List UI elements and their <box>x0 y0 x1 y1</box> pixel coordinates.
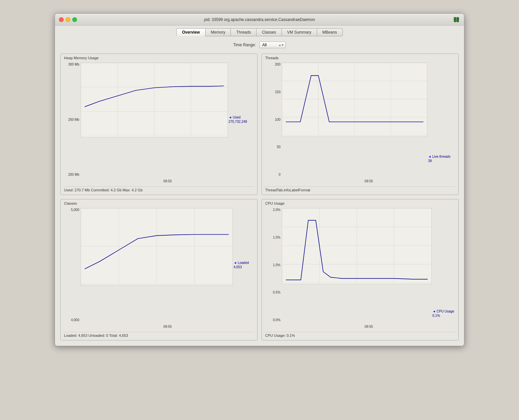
svg-rect-3 <box>458 19 459 19</box>
classes-chart-area: ◄ Loaded 4,653 09:55 <box>81 202 255 331</box>
traffic-lights <box>59 17 77 22</box>
main-content: Time Range: All 1 min 5 min 10 min ▲▼ He… <box>55 36 464 346</box>
cpu-y-label-05: 0.5% <box>273 291 280 294</box>
tabs-bar: Overview Memory Threads Classes VM Summa… <box>55 26 464 36</box>
tab-overview[interactable]: Overview <box>176 28 205 36</box>
threads-chart-wrapper: 200 150 100 50 0 <box>264 57 456 186</box>
heap-value-text: 270,732,248 <box>229 120 247 123</box>
threads-x-label: 09:55 <box>364 179 373 183</box>
charts-grid: Heap Memory Usage 300 Mb 250 Mb 200 Mb <box>60 54 459 340</box>
cpu-usage-info: CPU Usage: 0.1% <box>264 332 456 337</box>
tab-mbeans[interactable]: MBeans <box>317 28 343 36</box>
classes-arrow-icon: ◄ <box>234 261 238 265</box>
classes-y-label-5000: 5,000 <box>71 208 79 212</box>
cpu-y-label-2: 2.0% <box>273 208 280 212</box>
classes-label-text: Loaded <box>238 261 249 265</box>
classes-value-text: 4,653 <box>234 265 242 269</box>
classes-panel: Classes 5,000 4,000 <box>60 199 258 340</box>
main-window: pid: 33599 org.apache.cassandra.service.… <box>55 13 464 346</box>
cpu-data-label: ◄ CPU Usage 0.1% <box>432 309 454 318</box>
tab-classes[interactable]: Classes <box>256 28 281 36</box>
threads-value-text: 39 <box>428 159 432 163</box>
threads-y-label-0: 0 <box>278 173 280 176</box>
time-range-select-wrapper[interactable]: All 1 min 5 min 10 min ▲▼ <box>259 42 286 48</box>
cpu-x-label: 09:55 <box>364 325 373 328</box>
threads-arrow-icon: ◄ <box>428 155 432 158</box>
classes-x-label: 09:55 <box>163 325 172 328</box>
svg-rect-2 <box>454 19 455 19</box>
cpu-label-text: CPU Usage <box>437 310 454 313</box>
classes-data-label: ◄ Loaded 4,653 <box>234 261 249 269</box>
threads-y-label-100: 100 <box>275 118 280 121</box>
tab-threads[interactable]: Threads <box>231 28 256 36</box>
cpu-data-label-container: ◄ CPU Usage 0.1% <box>432 208 456 322</box>
heap-memory-panel: Heap Memory Usage 300 Mb 250 Mb 200 Mb <box>60 54 258 195</box>
cpu-chart-area: ◄ CPU Usage 0.1% 09:55 <box>282 202 456 331</box>
time-range-row: Time Range: All 1 min 5 min 10 min ▲▼ <box>60 42 459 48</box>
cpu-value-text: 0.1% <box>432 314 440 317</box>
cpu-usage-panel: CPU Usage 2.0% 1.5% 1.0% 0.5% 0.0% <box>261 199 459 340</box>
heap-arrow-icon: ◄ <box>229 115 233 119</box>
cpu-y-label-15: 1.5% <box>273 236 280 239</box>
window-title: pid: 33599 org.apache.cassandra.service.… <box>204 17 315 22</box>
tab-memory[interactable]: Memory <box>205 28 231 36</box>
threads-y-label-50: 50 <box>277 145 280 149</box>
threads-data-label: ◄ Live threads 39 <box>428 154 450 163</box>
threads-y-axis: 200 150 100 50 0 <box>264 57 282 186</box>
classes-info: Loaded: 4,653 Unloaded: 0 Total: 4,653 <box>63 332 255 337</box>
cpu-y-label-0: 0.0% <box>273 318 280 322</box>
threads-panel: Threads 200 150 100 50 0 <box>261 54 459 195</box>
cpu-chart-wrapper: 2.0% 1.5% 1.0% 0.5% 0.0% <box>264 202 456 331</box>
time-range-select[interactable]: All 1 min 5 min 10 min <box>259 42 286 48</box>
heap-y-label-300: 300 Mb <box>68 63 79 66</box>
classes-chart <box>81 208 233 286</box>
heap-y-label-250: 250 Mb <box>68 118 79 121</box>
heap-memory-chart-area: ◄ Used 270,732,248 09:55 <box>81 57 255 186</box>
cpu-arrow-icon: ◄ <box>432 310 437 313</box>
threads-data-label-container: ◄ Live threads 39 <box>428 63 456 176</box>
close-button[interactable] <box>59 17 64 22</box>
heap-x-label: 09:55 <box>163 179 172 183</box>
cpu-y-label-1: 1.0% <box>273 263 280 267</box>
title-bar: pid: 33599 org.apache.cassandra.service.… <box>55 14 464 26</box>
heap-data-label: ◄ Used 270,732,248 <box>229 115 247 124</box>
threads-y-label-150: 150 <box>275 90 280 94</box>
time-range-label: Time Range: <box>233 43 256 47</box>
classes-chart-wrapper: 5,000 4,000 <box>63 202 255 331</box>
threads-y-label-200: 200 <box>275 63 280 66</box>
threads-info: ThreadTab.infoLabelFormat <box>264 186 456 192</box>
classes-y-label-4000: 4,000 <box>71 318 79 322</box>
classes-y-axis: 5,000 4,000 <box>63 202 81 331</box>
heap-y-label-200: 200 Mb <box>68 173 79 176</box>
plugin-icon <box>453 16 460 23</box>
cpu-chart <box>282 208 432 284</box>
heap-memory-chart-wrapper: 300 Mb 250 Mb 200 Mb <box>63 57 255 186</box>
heap-memory-chart <box>81 63 228 137</box>
heap-label-text: Used <box>233 115 241 119</box>
cpu-y-axis: 2.0% 1.5% 1.0% 0.5% 0.0% <box>264 202 282 331</box>
threads-chart-area: ◄ Live threads 39 09:55 <box>282 57 456 186</box>
heap-data-label-container: ◄ Used 270,732,248 <box>229 63 255 176</box>
heap-memory-info: Used: 270.7 Mb Committed: 4.2 Gb Max: 4.… <box>63 186 255 192</box>
maximize-button[interactable] <box>72 17 77 22</box>
classes-data-label-container: ◄ Loaded 4,653 <box>234 208 255 322</box>
tab-vm-summary[interactable]: VM Summary <box>281 28 317 36</box>
threads-label-text: Live threads <box>432 155 450 158</box>
svg-rect-1 <box>457 17 459 22</box>
heap-memory-y-axis: 300 Mb 250 Mb 200 Mb <box>63 57 81 186</box>
minimize-button[interactable] <box>66 17 70 22</box>
svg-rect-0 <box>454 17 456 22</box>
threads-chart <box>282 63 427 137</box>
